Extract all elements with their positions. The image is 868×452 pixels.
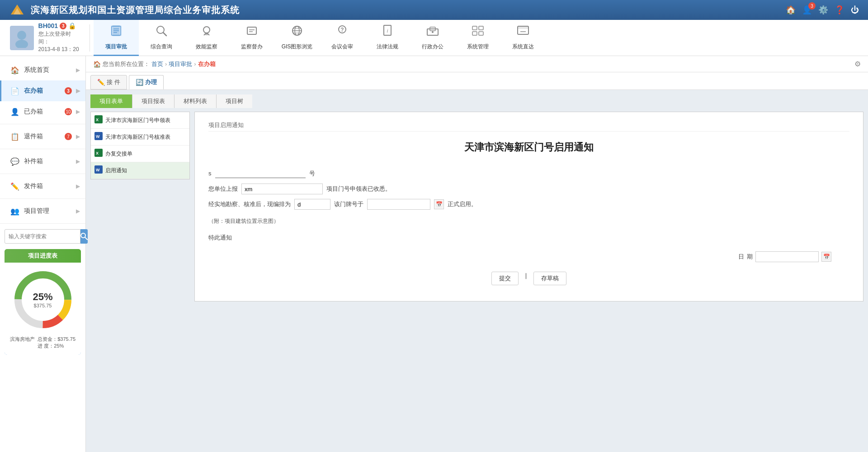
power-icon[interactable]: ⏻	[851, 5, 859, 15]
breadcrumb-link-project-review[interactable]: 项目审批	[169, 60, 192, 68]
topbar-title: 滨海新区规划和国土资源管理局综合业务审批系统	[31, 4, 786, 16]
doc-actions: 提交 ｜ 存草稿	[208, 272, 849, 285]
svg-rect-14	[247, 27, 256, 34]
breadcrumb-link-home[interactable]: 首页	[151, 60, 163, 68]
nav-icon-sys-direct	[516, 24, 530, 41]
calendar-button[interactable]: 📅	[434, 199, 444, 209]
word-icon-2: W	[94, 165, 103, 175]
sidebar-item-done-box[interactable]: 👤 已办箱 10 ▶	[0, 101, 85, 122]
nav-item-project-review[interactable]: 项目审批	[94, 20, 139, 56]
submit-button[interactable]: 提交	[491, 272, 519, 285]
svg-rect-13	[205, 33, 208, 35]
date-calendar-button[interactable]: 📅	[821, 252, 831, 262]
sidebar-arrow-home: ▶	[76, 67, 80, 73]
sidebar: 🏠 系统首页 ▶ 📄 在办箱 3 ▶ 👤 已办箱 10 ▶ 📋 退件箱 7 ▶ …	[0, 56, 86, 452]
nav-item-gis-view[interactable]: GIS图形浏览	[274, 20, 320, 56]
breadcrumb-active: 在办箱	[198, 60, 216, 68]
breadcrumb-home-icon[interactable]: 🏠	[93, 61, 101, 68]
doc-tab-list[interactable]: 项目表单	[90, 94, 132, 108]
file-item-1[interactable]: X 天津市滨海新区门号申领表	[91, 112, 189, 129]
help-icon[interactable]: ❓	[835, 5, 844, 15]
sidebar-item-inbox[interactable]: 📄 在办箱 3 ▶	[0, 80, 85, 101]
action-separator: ｜	[523, 272, 529, 285]
date-day-label: 日	[738, 251, 744, 263]
nav-icon-gis-view	[290, 24, 304, 41]
doc-tab-report[interactable]: 项目报表	[132, 94, 175, 108]
nav-label-comprehensive-query: 综合查询	[151, 43, 172, 51]
svg-text:W: W	[96, 168, 100, 172]
nav-item-supervision-office[interactable]: 监察督办	[229, 20, 274, 56]
nav-icon-laws: i	[380, 24, 395, 41]
nav-icon-sys-manage	[471, 24, 485, 41]
sidebar-item-supplement-box[interactable]: 💬 补件箱 ▶	[0, 151, 85, 172]
nav-item-sys-direct[interactable]: 系统直达	[500, 20, 546, 56]
tab-process[interactable]: 🔄 办理	[129, 75, 164, 89]
file-list: X 天津市滨海新区门号申领表 W 天津市滨海新区门号核准表	[90, 112, 190, 301]
progress-card-header: 项目进度表	[5, 249, 81, 263]
officially-label: 正式启用。	[448, 198, 477, 210]
nav-label-admin-office: 行政办公	[422, 43, 443, 51]
door-label: 该门牌号于	[334, 198, 363, 210]
doc-date-row: 日 期 📅	[208, 251, 849, 263]
inbox-badge: 3	[65, 87, 72, 94]
done-box-badge: 10	[65, 108, 72, 115]
file-item-4[interactable]: W 启用通知	[91, 162, 189, 179]
file-name-1: 天津市滨海新区门号申领表	[105, 117, 170, 124]
draft-button[interactable]: 存草稿	[533, 272, 566, 285]
sidebar-label-return-box: 退件箱	[24, 132, 43, 141]
nav-item-laws[interactable]: i 法律法规	[365, 20, 410, 56]
nav-label-efficiency-monitor: 效能监察	[196, 43, 217, 51]
file-item-2[interactable]: W 天津市滨海新区门号核准表	[91, 129, 189, 146]
nav-item-efficiency-monitor[interactable]: 效能监察	[184, 20, 229, 56]
serial-label: s	[208, 168, 212, 179]
serial-input[interactable]	[215, 169, 306, 178]
breadcrumb-sep-2: ›	[194, 61, 196, 67]
home-icon[interactable]: 🏠	[786, 5, 796, 15]
sidebar-item-system-home[interactable]: 🏠 系统首页 ▶	[0, 60, 85, 80]
svg-rect-32	[479, 32, 483, 35]
unit-row: 您单位上报 项目门号申领表已收悉。	[208, 183, 849, 195]
nav-items: 项目审批 综合查询 效能监察 监察督办 GIS图	[94, 20, 863, 56]
svg-point-2	[17, 31, 26, 40]
inner-content: 项目表单 项目报表 材料列表 项目树 X 天津市滨海新区门号申领表	[86, 90, 868, 306]
svg-point-28	[432, 31, 434, 33]
login-time: 您上次登录时间： 2013-4-8 13：20	[38, 30, 80, 53]
svg-rect-34	[518, 26, 528, 29]
sidebar-item-project-manage[interactable]: 👥 项目管理 ▶	[0, 201, 85, 221]
nav-label-supervision-office: 监察督办	[241, 43, 263, 51]
search-input[interactable]	[5, 229, 80, 244]
sidebar-sep-4	[0, 198, 85, 199]
doc-tab-material[interactable]: 材料列表	[175, 94, 217, 108]
breadcrumb-bar: 🏠 您当前所在位置： 首页 › 项目审批 › 在办箱 ⚙	[86, 56, 868, 72]
sidebar-item-send-box[interactable]: ✏️ 发件箱 ▶	[0, 176, 85, 197]
doc-body: s 号 您单位上报 项目门号申领表已收悉。 经实地勘察、核准后，现编	[208, 168, 849, 263]
unit-input[interactable]	[241, 184, 323, 194]
nav-item-sys-manage[interactable]: 系统管理	[455, 20, 500, 56]
nav-item-comprehensive-query[interactable]: 综合查询	[139, 20, 184, 56]
main-layout: 🏠 系统首页 ▶ 📄 在办箱 3 ▶ 👤 已办箱 10 ▶ 📋 退件箱 7 ▶ …	[0, 56, 868, 452]
tab-row: ✏️ 接 件 🔄 办理	[86, 72, 868, 90]
nav-label-sys-direct: 系统直达	[512, 43, 534, 51]
svg-point-3	[15, 40, 28, 48]
donut-container: 25% $375.75	[10, 268, 75, 331]
sidebar-arrow-done-box: ▶	[76, 108, 80, 115]
unit-label: 您单位上报	[208, 183, 238, 195]
nav-item-admin-office[interactable]: 行政办公	[410, 20, 455, 56]
return-box-sidebar-icon: 📋	[10, 132, 19, 141]
tab-attach[interactable]: ✏️ 接 件	[90, 75, 127, 89]
file-item-3[interactable]: X 办复交接单	[91, 146, 189, 162]
doc-tab-tree[interactable]: 项目树	[217, 94, 252, 108]
user-icon[interactable]: 👤 3	[802, 5, 812, 15]
sidebar-arrow-supplement-box: ▶	[76, 158, 80, 165]
bc-settings-icon[interactable]: ⚙	[854, 60, 861, 68]
date-input[interactable]	[755, 251, 819, 262]
gear-icon[interactable]: ⚙️	[818, 5, 828, 15]
survey-input[interactable]	[294, 199, 330, 210]
nav-icon-project-review	[109, 24, 123, 41]
nav-item-meeting-review[interactable]: ? 会议会审	[320, 20, 365, 56]
topbar: 滨海新区规划和国土资源管理局综合业务审批系统 🏠 👤 3 ⚙️ ❓ ⏻	[0, 0, 868, 20]
door-input[interactable]	[367, 199, 430, 210]
sidebar-item-return-box[interactable]: 📋 退件箱 7 ▶	[0, 126, 85, 147]
doc-view-header-title: 项目启用通知	[208, 121, 244, 129]
sidebar-arrow-return-box: ▶	[76, 133, 80, 140]
